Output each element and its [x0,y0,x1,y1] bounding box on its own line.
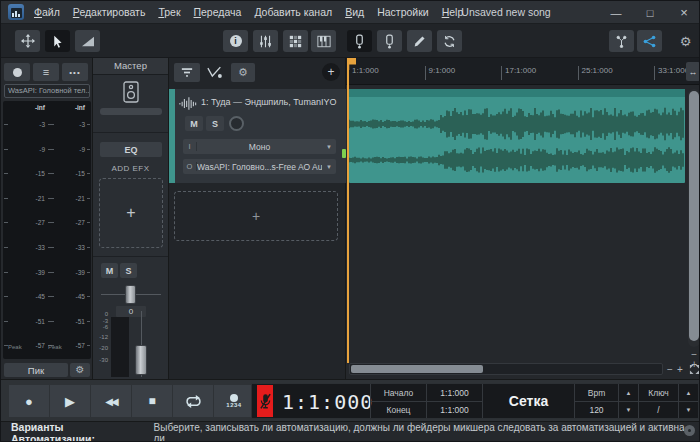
hzoom-in-button[interactable]: + [677,365,683,375]
app-icon-bars [11,8,22,18]
key-up-button[interactable]: ▲ [678,384,698,401]
filter-tracks-button[interactable] [174,63,200,82]
move-tool-button[interactable] [15,30,40,52]
automation-button[interactable] [609,30,634,52]
input-list-button[interactable]: ≡ [33,63,59,81]
instrument-2-button[interactable] [377,30,402,52]
track-name[interactable]: 1: Туда — Эндшпиль, TumanIYO [201,97,336,107]
select-tool-button[interactable] [45,30,70,52]
eq-button[interactable]: EQ [100,142,162,157]
playhead-line [347,58,349,363]
peak-left-label: Peak [8,344,22,350]
vertical-scrollbar[interactable] [688,89,700,347]
fit-view-button[interactable] [689,364,700,375]
routing-icon[interactable] [207,66,223,79]
close-button[interactable]: × [667,1,700,24]
menu-item-5[interactable]: Вид [345,6,364,18]
window-controls: — □ × [599,1,700,24]
start-value[interactable]: 1:1:000 [426,384,482,401]
instrument-icon [354,34,365,49]
menu-item-1[interactable]: Редактировать [73,6,146,18]
piano-roll-button[interactable] [311,30,336,52]
menu-item-3[interactable]: Передача [193,6,241,18]
time-display[interactable]: 1:1:000 [282,390,373,414]
track-solo-button[interactable]: S [206,116,224,131]
input-device-field[interactable]: WasAPI: Головной тел... [4,84,90,98]
bpm-value[interactable]: 120 [574,402,618,418]
menu-item-4[interactable]: Добавить канал [254,6,332,18]
track-input-dropdown[interactable]: I Моно ▼ [183,139,336,154]
pencil-icon [413,35,426,48]
track-settings-button[interactable]: ⚙ [231,63,255,82]
info-icon: i [230,35,242,47]
vertical-scrollbar-thumb[interactable] [689,91,699,341]
master-solo-button[interactable]: S [120,263,137,278]
hzoom-out-button[interactable]: − [667,365,673,375]
audio-clip[interactable] [349,89,685,183]
sync-button[interactable] [437,30,462,52]
peak-reset-button[interactable]: Пик [4,363,68,377]
draw-tool-button[interactable] [407,30,432,52]
stop-icon: ■ [148,394,155,408]
horizontal-scrollbar[interactable] [349,363,663,375]
pattern-grid-button[interactable] [283,30,308,52]
pan-slider-handle[interactable] [125,285,136,304]
meter-scale-row: -39-39 [3,269,91,277]
track-mute-button[interactable]: M [185,116,203,131]
transport-play-button[interactable]: ▶ [50,385,90,417]
instrument-1-button[interactable] [347,30,372,52]
transport-rewind-button[interactable]: ◀◀ [91,385,131,417]
meter-scale-row: -21-21 [3,195,91,203]
ruler-mark: 25:1:000 [578,66,613,80]
chevron-down-icon: ▼ [322,164,336,170]
settings-button[interactable]: ⚙ [673,30,698,52]
maximize-button[interactable]: □ [633,1,667,24]
timeline-ruler[interactable]: 1:1:0009:1:00017:1:00025:1:00033:1:000 [346,58,700,85]
info-button[interactable]: i [223,30,248,52]
share-button[interactable] [637,30,662,52]
key-down-button[interactable]: ▼ [678,402,698,418]
fade-tool-button[interactable] [75,30,100,52]
mixer-button[interactable] [253,30,278,52]
end-value[interactable]: 1:1:000 [426,402,482,418]
transport-loop-button[interactable] [173,385,213,417]
clip-waveform [349,97,685,183]
transport-stop-button[interactable]: ■ [132,385,172,417]
add-effect-dropzone[interactable]: + [99,178,163,248]
monitor-mute-button[interactable] [257,385,273,417]
more-icon: ••• [69,68,80,77]
track-output-dropdown[interactable]: O WasAPI: Головно...s-Free AO Audio) ▼ [183,159,336,174]
track-record-button[interactable] [229,116,244,131]
minimize-button[interactable]: — [599,1,633,24]
dismiss-icon[interactable] [684,425,695,436]
transport-record-button[interactable]: ● [9,385,49,417]
grid-mode-button[interactable]: Сетка [482,384,574,418]
count-in-icon [230,394,238,402]
output-letter: O [183,162,197,171]
meter-scale-row: -27-27 [3,219,91,227]
plus-icon: + [126,204,135,222]
track-row[interactable]: 1: Туда — Эндшпиль, TumanIYO M S I Моно … [169,89,346,183]
master-volume-bar[interactable] [100,108,162,115]
meter-scale-row: -15-15 [3,170,91,178]
mixer-sliders-icon [259,35,272,48]
master-mute-button[interactable]: M [101,263,118,278]
add-track-button[interactable]: + [322,63,340,81]
master-fader-handle[interactable] [135,345,147,375]
meter-settings-button[interactable]: ⚙ [70,363,90,377]
hresize-button[interactable]: ↔ [686,62,700,81]
main-toolbar: i ⚙ [1,24,700,58]
bpm-down-button[interactable]: ▼ [618,402,638,418]
input-more-button[interactable]: ••• [62,63,88,81]
app-icon[interactable] [8,4,24,20]
end-label: Конец [370,402,426,418]
add-track-dropzone[interactable]: + [174,191,338,241]
menu-item-2[interactable]: Трек [158,6,180,18]
record-icon [13,68,22,77]
record-arm-button[interactable] [4,63,30,81]
horizontal-scrollbar-thumb[interactable] [351,365,483,373]
bpm-up-button[interactable]: ▲ [618,384,638,401]
menu-item-0[interactable]: Файл [34,6,60,18]
key-value[interactable]: / [638,402,678,418]
count-in-button[interactable]: 1234 [214,385,254,417]
